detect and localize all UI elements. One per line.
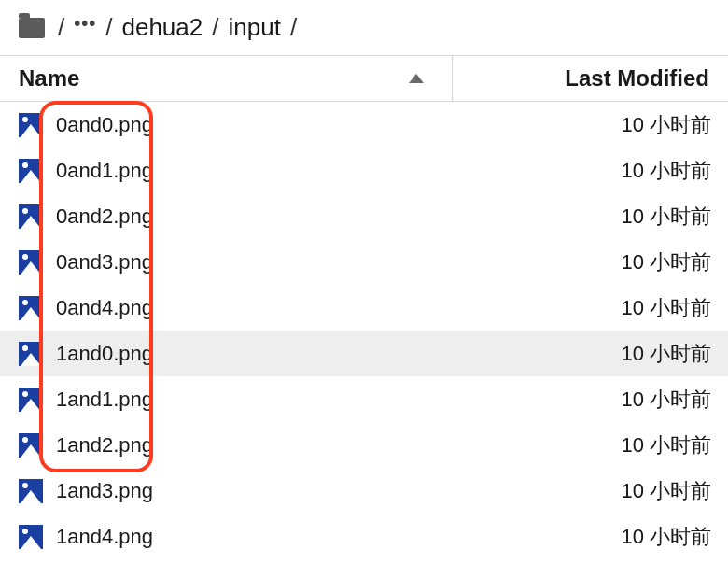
file-name: 1and0.png: [56, 342, 153, 366]
file-name: 0and0.png: [56, 113, 153, 137]
image-file-icon: [19, 113, 43, 137]
folder-icon[interactable]: [19, 18, 45, 38]
table-row[interactable]: 0and0.png10 小时前: [0, 102, 728, 148]
cell-modified: 10 小时前: [453, 386, 728, 414]
image-file-icon: [19, 479, 43, 503]
cell-name: 1and1.png: [0, 388, 453, 412]
cell-name: 1and0.png: [0, 342, 453, 366]
table-row[interactable]: 0and1.png10 小时前: [0, 148, 728, 193]
cell-name: 0and2.png: [0, 204, 453, 229]
sort-ascending-icon: [409, 74, 424, 83]
cell-name: 0and1.png: [0, 159, 453, 183]
file-name: 1and1.png: [56, 388, 153, 412]
table-row[interactable]: 1and4.png10 小时前: [0, 514, 728, 559]
table-row[interactable]: 0and2.png10 小时前: [0, 193, 728, 239]
cell-name: 0and3.png: [0, 250, 453, 275]
breadcrumb-ellipsis[interactable]: •••: [74, 13, 96, 35]
breadcrumb-separator: /: [290, 13, 297, 42]
file-name: 0and3.png: [56, 250, 153, 275]
column-header-name[interactable]: Name: [0, 56, 453, 101]
cell-name: 1and2.png: [0, 433, 453, 458]
table-row[interactable]: 1and3.png10 小时前: [0, 468, 728, 514]
image-file-icon: [19, 342, 43, 366]
image-file-icon: [19, 388, 43, 412]
cell-modified: 10 小时前: [453, 523, 728, 551]
file-name: 0and4.png: [56, 296, 153, 320]
cell-name: 0and0.png: [0, 113, 453, 137]
breadcrumb-segment[interactable]: input: [228, 13, 280, 42]
table-row[interactable]: 1and2.png10 小时前: [0, 422, 728, 468]
image-file-icon: [19, 433, 43, 458]
file-name: 1and3.png: [56, 479, 153, 503]
table-row[interactable]: 0and4.png10 小时前: [0, 285, 728, 331]
image-file-icon: [19, 159, 43, 183]
cell-modified: 10 小时前: [453, 477, 728, 505]
file-name: 0and1.png: [56, 159, 153, 183]
table-row[interactable]: 0and3.png10 小时前: [0, 239, 728, 285]
breadcrumb-separator: /: [58, 13, 64, 42]
breadcrumb-separator: /: [212, 13, 218, 42]
cell-modified: 10 小时前: [453, 111, 728, 139]
image-file-icon: [19, 250, 43, 275]
file-name: 1and2.png: [56, 433, 153, 458]
file-name: 1and4.png: [56, 525, 153, 549]
cell-name: 0and4.png: [0, 296, 453, 320]
file-name: 0and2.png: [56, 204, 153, 229]
breadcrumb: / ••• / dehua2 / input /: [0, 0, 728, 55]
column-header-name-label: Name: [19, 65, 79, 92]
table-row[interactable]: 1and1.png10 小时前: [0, 376, 728, 422]
cell-modified: 10 小时前: [453, 340, 728, 368]
image-file-icon: [19, 296, 43, 320]
cell-name: 1and4.png: [0, 525, 453, 549]
image-file-icon: [19, 204, 43, 229]
cell-modified: 10 小时前: [453, 431, 728, 459]
cell-modified: 10 小时前: [453, 294, 728, 322]
cell-modified: 10 小时前: [453, 203, 728, 231]
cell-modified: 10 小时前: [453, 157, 728, 185]
image-file-icon: [19, 525, 43, 549]
cell-modified: 10 小时前: [453, 248, 728, 276]
breadcrumb-separator: /: [105, 13, 112, 42]
column-header-bar: Name Last Modified: [0, 55, 728, 102]
column-header-modified[interactable]: Last Modified: [453, 56, 728, 101]
breadcrumb-segment[interactable]: dehua2: [121, 13, 203, 42]
file-list: 0and0.png10 小时前0and1.png10 小时前0and2.png1…: [0, 102, 728, 559]
table-row[interactable]: 1and0.png10 小时前: [0, 331, 728, 376]
column-header-modified-label: Last Modified: [565, 65, 709, 91]
cell-name: 1and3.png: [0, 479, 453, 503]
